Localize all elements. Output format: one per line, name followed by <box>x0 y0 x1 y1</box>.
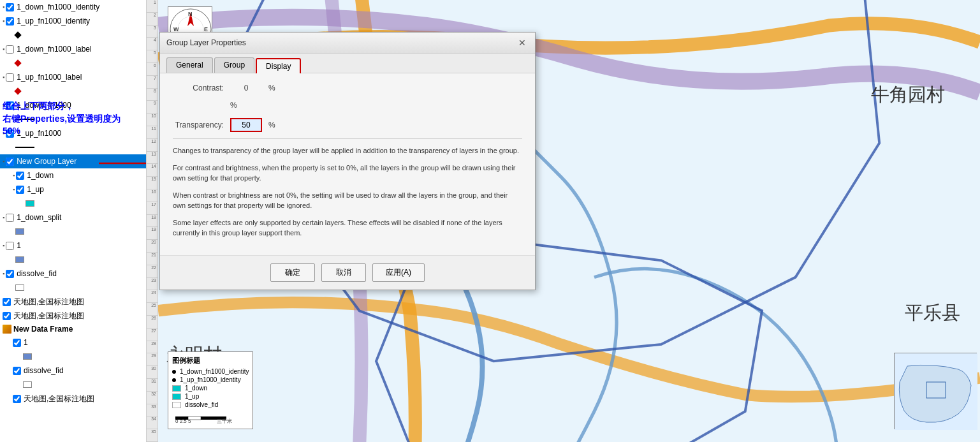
layer-item-l5[interactable]: ▪1_down_fn1000 <box>0 98 146 112</box>
layer-item-lg2s[interactable] <box>0 196 146 210</box>
layer-item-l3s[interactable] <box>0 56 146 70</box>
contrast-row: Contrast: 0 % <box>173 84 522 92</box>
ruler-mark-8: 8 <box>147 89 157 101</box>
df2-layer-d1s[interactable] <box>0 350 146 364</box>
ruler-mark-21: 21 <box>147 253 157 265</box>
legend-item: 1_up_fn1000_identity <box>172 376 249 383</box>
layer-item-l2s[interactable] <box>0 28 146 42</box>
ruler-mark-19: 19 <box>147 227 157 240</box>
ruler-mark-9: 9 <box>147 101 157 114</box>
ruler-mark-11: 11 <box>147 126 157 139</box>
dialog: Group Layer Properties ✕ General Group D… <box>159 32 536 290</box>
ruler-mark-1: 1 <box>147 0 157 13</box>
ruler-mark-23: 23 <box>147 278 157 291</box>
layer-panel: ▪1_down_fn1000_identity▪1_up_fn1000_iden… <box>0 0 147 442</box>
dialog-close-button[interactable]: ✕ <box>516 36 529 49</box>
ruler-mark-7: 7 <box>147 76 157 89</box>
tab-display[interactable]: Display <box>256 58 301 73</box>
svg-text:平乐县: 平乐县 <box>905 302 960 323</box>
ruler: 1234567891011121314151617181920212223242… <box>147 0 158 442</box>
legend-box: 图例标题 1_down_fn1000_identity 1_up_fn1000_… <box>168 351 253 429</box>
ruler-mark-22: 22 <box>147 265 157 278</box>
ruler-mark-26: 26 <box>147 316 157 328</box>
transparency-row: Transparency: % <box>173 118 522 132</box>
legend-item: 1_up <box>172 393 249 400</box>
ruler-mark-17: 17 <box>147 202 157 215</box>
ruler-mark-34: 34 <box>147 416 157 429</box>
transparency-unit: % <box>268 121 275 129</box>
ruler-mark-3: 3 <box>147 26 157 38</box>
info-text-3: When contrast or brightness are not 0%, … <box>173 190 522 211</box>
legend-title: 图例标题 <box>172 356 249 365</box>
layer-item-lg2[interactable]: ▪1_up <box>0 182 146 196</box>
ruler-mark-16: 16 <box>147 189 157 202</box>
layer-item-l1[interactable]: ▪1_down_fn1000_identity <box>0 0 146 14</box>
layer-item-l6[interactable]: ▪1_up_fn1000 <box>0 126 146 140</box>
cancel-button[interactable]: 取消 <box>321 263 366 282</box>
ruler-mark-29: 29 <box>147 353 157 366</box>
df2-layer-d1[interactable]: 1 <box>0 335 146 350</box>
ruler-mark-4: 4 <box>147 38 157 50</box>
legend-scale: 0 2.5 5 三千米 <box>172 412 249 425</box>
legend-item: dissolve_fid <box>172 401 249 408</box>
layer-item-lg1[interactable]: ▪1_down <box>0 168 146 182</box>
ruler-mark-14: 14 <box>147 164 157 177</box>
ruler-mark-33: 33 <box>147 404 157 417</box>
df2-layer-d3[interactable]: 天地图,全国标注地图 <box>0 392 146 406</box>
ruler-mark-18: 18 <box>147 215 157 228</box>
ruler-mark-32: 32 <box>147 392 157 404</box>
ruler-mark-30: 30 <box>147 366 157 379</box>
layer-item-l4[interactable]: ▪1_up_fn1000_label <box>0 70 146 84</box>
ruler-mark-10: 10 <box>147 114 157 126</box>
tab-general[interactable]: General <box>166 57 213 73</box>
layer-item-l8s[interactable] <box>0 253 146 267</box>
inset-map <box>894 353 977 429</box>
layer-item-l4s[interactable] <box>0 84 146 98</box>
layer-item-l8[interactable]: ▪1 <box>0 239 146 253</box>
info-text-4: Some layer effects are only supported by… <box>173 217 522 239</box>
ruler-mark-25: 25 <box>147 303 157 316</box>
transparency-input[interactable] <box>230 118 262 132</box>
contrast-unit: % <box>268 84 275 92</box>
contrast-value: 0 <box>230 84 262 92</box>
info-text-2: For contrast and brightness, when the pr… <box>173 163 522 184</box>
apply-button[interactable]: 应用(A) <box>372 263 425 282</box>
layer-item-l5s[interactable] <box>0 112 146 126</box>
layer-item-l7[interactable]: ▪1_down_split <box>0 210 146 225</box>
layer-item-l6s[interactable] <box>0 140 146 154</box>
layer-item-l3[interactable]: ▪1_down_fn1000_label <box>0 42 146 56</box>
ruler-mark-24: 24 <box>147 290 157 303</box>
ok-button[interactable]: 确定 <box>270 263 315 282</box>
transparency-label: Transparency: <box>173 121 224 129</box>
svg-text:牛角园村: 牛角园村 <box>871 84 945 105</box>
tab-group[interactable]: Group <box>214 57 254 73</box>
ruler-mark-15: 15 <box>147 177 157 189</box>
layer-item-l11[interactable]: 天地图,全国标注地图 <box>0 309 146 323</box>
brightness-row: % <box>173 99 522 112</box>
brightness-unit: % <box>230 101 237 110</box>
svg-text:N: N <box>188 11 193 17</box>
layer-item-l7s[interactable] <box>0 225 146 239</box>
layer-item-l9[interactable]: ▪dissolve_fid <box>0 267 146 281</box>
ruler-mark-28: 28 <box>147 341 157 354</box>
ruler-mark-13: 13 <box>147 152 157 165</box>
ruler-mark-20: 20 <box>147 240 157 253</box>
df2-layer-d2s[interactable] <box>0 378 146 392</box>
layer-item-newgroup[interactable]: ▪New Group Layer <box>0 154 146 168</box>
dialog-content: Contrast: 0 % % Transparency: % Changes … <box>160 73 535 255</box>
dialog-overlay: Group Layer Properties ✕ General Group D… <box>159 32 536 290</box>
legend-item: 1_down_fn1000_identity <box>172 368 249 375</box>
legend-item: 1_down <box>172 385 249 392</box>
dialog-titlebar[interactable]: Group Layer Properties ✕ <box>160 33 535 54</box>
layer-item-l2[interactable]: ▪1_up_fn1000_identity <box>0 14 146 28</box>
dialog-buttons: 确定 取消 应用(A) <box>160 255 535 290</box>
df2-layer-d2[interactable]: dissolve_fid <box>0 364 146 378</box>
info-text-1: Changes to transparency of the group lay… <box>173 145 522 156</box>
ruler-mark-2: 2 <box>147 13 157 26</box>
dataframe-2-header: New Data Frame <box>0 323 146 335</box>
dialog-title: Group Layer Properties <box>166 38 246 47</box>
layer-item-l10[interactable]: 天地图,全国标注地图 <box>0 295 146 309</box>
svg-text:三千米: 三千米 <box>217 418 232 424</box>
layer-item-l9s[interactable] <box>0 281 146 295</box>
ruler-mark-5: 5 <box>147 50 157 63</box>
